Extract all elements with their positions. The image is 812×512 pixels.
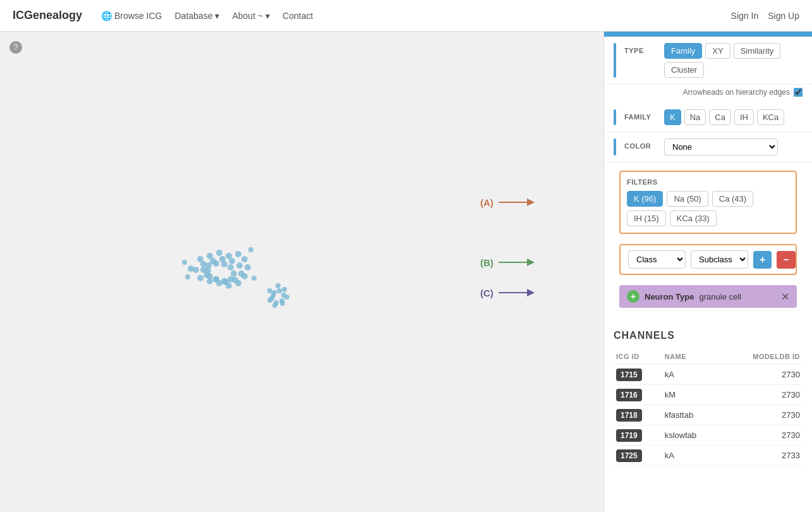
color-dropdown[interactable]: None Type Family: [664, 138, 778, 155]
svg-point-50: [182, 260, 187, 265]
class-remove-button[interactable]: −: [777, 251, 795, 269]
family-btn-k[interactable]: K: [664, 109, 681, 125]
svg-point-45: [281, 293, 286, 298]
family-accent: [614, 109, 616, 125]
svg-point-28: [221, 261, 227, 267]
svg-point-32: [221, 278, 227, 284]
modeldb-id: 2730: [782, 370, 800, 379]
svg-point-34: [207, 273, 213, 279]
help-icon[interactable]: ?: [9, 41, 22, 54]
type-btn-family[interactable]: Family: [664, 43, 702, 59]
svg-point-53: [251, 276, 257, 281]
family-btn-na[interactable]: Na: [684, 109, 706, 125]
arrowheads-row: Arrowheads on hierarchy edges: [604, 85, 812, 103]
filters-label: FILTERS: [627, 178, 789, 186]
color-label: COLOR: [624, 138, 659, 150]
svg-point-47: [274, 300, 279, 305]
filter-tag-k[interactable]: K (96): [627, 191, 663, 207]
svg-point-44: [277, 288, 282, 293]
table-row[interactable]: 1725 kA 2733: [614, 446, 803, 466]
filter-tag-na[interactable]: Na (50): [667, 191, 708, 207]
chevron-down-icon: ▾: [265, 11, 270, 21]
class-dropdown[interactable]: Class Subclass Type: [628, 250, 686, 269]
annotation-a: (A): [480, 196, 536, 209]
table-row[interactable]: 1718 kfasttab 2730: [614, 405, 803, 425]
annotation-b: (B): [480, 256, 536, 269]
filter-tag-ih[interactable]: IH (15): [627, 210, 666, 226]
table-row[interactable]: 1715 kA 2730: [614, 365, 803, 385]
svg-point-3: [216, 250, 222, 256]
svg-point-35: [205, 267, 211, 274]
modeldb-id: 2730: [782, 390, 800, 399]
auth-links: Sign In Sign Up: [731, 11, 799, 21]
type-btn-similarity[interactable]: Similarity: [734, 43, 781, 59]
sign-in-link[interactable]: Sign In: [731, 11, 759, 21]
channel-name: kslowtab: [665, 430, 697, 440]
nav-about[interactable]: About ~ ▾: [232, 11, 270, 21]
filter-tag-ca[interactable]: Ca (43): [712, 191, 753, 207]
type-btn-cluster[interactable]: Cluster: [664, 62, 704, 78]
filters-section: FILTERS K (96) Na (50) Ca (43) IH (15) K…: [619, 171, 797, 234]
table-row[interactable]: 1716 kM 2730: [614, 385, 803, 405]
channel-name: kA: [665, 451, 674, 460]
svg-point-52: [248, 247, 253, 252]
svg-point-5: [235, 251, 241, 257]
neuron-close-button[interactable]: ✕: [781, 291, 789, 303]
modeldb-id: 2730: [782, 410, 800, 420]
right-panel: TYPE Family XY Similarity Cluster Arrowh…: [603, 32, 812, 512]
filter-tag-kca[interactable]: KCa (33): [670, 210, 717, 226]
nav-contact[interactable]: Contact: [282, 11, 313, 21]
channel-name: kfasttab: [665, 410, 694, 420]
arrowheads-checkbox[interactable]: [794, 88, 803, 97]
color-content: None Type Family: [664, 138, 803, 155]
nav-links: 🌐 Browse ICG Database ▾ About ~ ▾ Contac…: [101, 11, 731, 21]
nav-database[interactable]: Database ▾: [175, 11, 220, 21]
modeldb-id: 2733: [782, 451, 800, 460]
svg-point-18: [229, 258, 235, 264]
svg-point-13: [197, 275, 203, 281]
svg-point-33: [213, 276, 219, 283]
family-btn-ih[interactable]: IH: [734, 109, 754, 125]
type-label: TYPE: [624, 43, 659, 54]
icg-badge: 1725: [616, 449, 642, 462]
arrowheads-label: Arrowheads on hierarchy edges: [683, 88, 790, 97]
class-row: Class Subclass Type Subclass Class Type …: [619, 244, 797, 275]
channel-name: kA: [665, 370, 674, 379]
network-visualization: [140, 209, 342, 335]
icg-badge: 1716: [616, 389, 642, 401]
canvas-area: ?: [0, 32, 603, 512]
type-section: TYPE Family XY Similarity Cluster: [604, 37, 812, 85]
svg-point-14: [193, 267, 199, 273]
top-accent-bar: [604, 32, 812, 37]
icg-badge: 1715: [616, 369, 642, 381]
type-buttons: Family XY Similarity Cluster: [664, 43, 803, 78]
svg-point-37: [276, 283, 281, 288]
brand-logo[interactable]: ICGenealogy: [13, 9, 82, 22]
neuron-type-row: + Neuron Type granule cell ✕: [619, 285, 797, 308]
svg-point-46: [279, 298, 284, 303]
annotation-c: (C): [480, 286, 536, 299]
channels-table: ICG ID NAME MODELDB ID 1715 kA 2730 1716…: [614, 349, 803, 466]
svg-point-29: [227, 264, 234, 271]
svg-point-36: [267, 288, 272, 293]
family-btn-kca[interactable]: KCa: [757, 109, 784, 125]
navbar: ICGenealogy 🌐 Browse ICG Database ▾ Abou…: [0, 0, 812, 32]
family-btn-ca[interactable]: Ca: [709, 109, 731, 125]
chevron-down-icon: ▾: [215, 11, 219, 21]
col-name: NAME: [662, 349, 720, 365]
subclass-dropdown[interactable]: Subclass Class Type: [691, 250, 748, 269]
nav-browse-icg[interactable]: 🌐 Browse ICG: [101, 11, 162, 21]
filters-wrapper: FILTERS K (96) Na (50) Ca (43) IH (15) K…: [604, 162, 812, 234]
svg-point-6: [241, 256, 248, 262]
table-row[interactable]: 1719 kslowtab 2730: [614, 425, 803, 446]
type-btn-xy[interactable]: XY: [705, 43, 730, 59]
channels-header: ICG ID NAME MODELDB ID: [614, 349, 803, 365]
icg-badge: 1718: [616, 409, 642, 422]
modeldb-id: 2730: [782, 430, 800, 440]
class-add-button[interactable]: +: [753, 251, 772, 269]
sign-up-link[interactable]: Sign Up: [768, 11, 799, 21]
arrow-a: [499, 196, 536, 209]
filter-tags: K (96) Na (50) Ca (43) IH (15) KCa (33): [627, 191, 789, 226]
icg-badge: 1719: [616, 429, 642, 442]
color-section: COLOR None Type Family: [604, 132, 812, 162]
